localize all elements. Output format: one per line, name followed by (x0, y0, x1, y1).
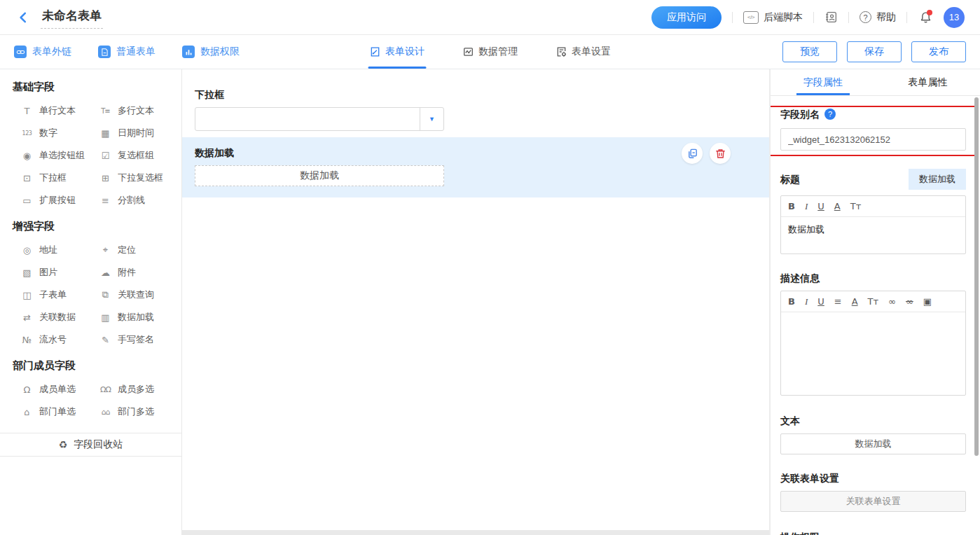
font-size-icon[interactable]: Tᴛ (850, 202, 862, 211)
field-item-定位[interactable]: ⌖定位 (99, 239, 181, 261)
mode-item-数据权限[interactable]: 数据权限 (182, 46, 240, 58)
field-item-分割线[interactable]: ≡分割线 (99, 189, 181, 211)
external-link-icon (14, 46, 27, 58)
underline-icon[interactable]: U (817, 202, 824, 211)
publish-button[interactable]: 发布 (911, 41, 966, 62)
panel-tab-表单属性[interactable]: 表单属性 (876, 69, 980, 95)
field-item-手写签名[interactable]: ✎手写签名 (99, 328, 181, 351)
mode-item-表单外链[interactable]: 表单外链 (14, 46, 71, 58)
subform-icon: ◫ (21, 290, 33, 300)
bold-icon[interactable]: B (788, 202, 795, 211)
unlink-icon[interactable]: ∞ (906, 297, 913, 306)
tab-表单设计[interactable]: 表单设计 (369, 35, 425, 69)
avatar[interactable]: 13 (944, 7, 965, 28)
signature-icon: ✎ (99, 335, 111, 345)
field-item-扩展按钮[interactable]: ▭扩展按钮 (21, 189, 99, 211)
app-access-button[interactable]: 应用访问 (651, 6, 722, 29)
field-item-多行文本[interactable]: T≡多行文本 (99, 99, 181, 122)
text-value-button[interactable]: 数据加载 (780, 433, 966, 454)
address-book-icon (824, 11, 838, 24)
code-icon: </> (743, 11, 759, 24)
sidebar-section-title: 基础字段 (0, 81, 181, 94)
related-form-settings-button[interactable]: 关联表单设置 (780, 491, 966, 512)
address-book-button[interactable] (824, 11, 838, 24)
field-item-流水号[interactable]: №流水号 (21, 328, 99, 351)
italic-icon[interactable]: I (805, 202, 808, 211)
field-item-数据加载[interactable]: ▥数据加载 (99, 306, 181, 328)
field-item-关联数据[interactable]: ⇄关联数据 (21, 306, 99, 328)
field-item-成员单选[interactable]: Ω成员单选 (21, 378, 99, 401)
field-item-成员多选[interactable]: ΩΩ成员多选 (99, 378, 181, 401)
field-item-下拉框[interactable]: ⊡下拉框 (21, 167, 99, 189)
data-load-field-widget-selected[interactable]: 数据加载 数据加载 (182, 137, 769, 197)
field-item-部门单选[interactable]: ⌂部门单选 (21, 401, 99, 423)
copy-icon (686, 148, 698, 160)
tab-表单设置[interactable]: 表单设置 (555, 35, 611, 69)
number-icon: 123 (21, 130, 33, 137)
field-item-下拉复选框[interactable]: ⊞下拉复选框 (99, 167, 181, 189)
field-item-label: 关联数据 (39, 311, 76, 324)
panel-scrollbar[interactable] (974, 97, 979, 456)
help-button[interactable]: ? 帮助 (860, 11, 896, 24)
data-load-placeholder-button: 数据加载 (195, 165, 444, 186)
delete-field-button[interactable] (710, 143, 731, 164)
title-editor: BIUATᴛ 数据加载 (780, 195, 966, 254)
preview-button[interactable]: 预览 (782, 41, 837, 62)
radio-group-icon: ◉ (21, 151, 33, 161)
field-item-附件[interactable]: ☁附件 (99, 261, 181, 284)
dropdown-select[interactable]: ▼ (195, 107, 444, 131)
save-button[interactable]: 保存 (847, 41, 902, 62)
title-editor-content[interactable]: 数据加载 (781, 217, 965, 253)
field-recycle-bin[interactable]: ♻ 字段回收站 (0, 433, 181, 457)
field-item-label: 下拉框 (39, 172, 67, 184)
attachment-icon: ☁ (99, 268, 111, 278)
field-item-单行文本[interactable]: T单行文本 (21, 99, 99, 122)
dropdown-field-widget[interactable]: 下拉框 ▼ (195, 88, 757, 131)
field-item-数字[interactable]: 123数字 (21, 122, 99, 144)
link-icon[interactable]: ∞ (888, 297, 896, 306)
dropdown-icon: ⊡ (21, 173, 33, 183)
extend-button-icon: ▭ (21, 195, 33, 206)
field-item-部门多选[interactable]: ⌂⌂部门多选 (99, 401, 181, 423)
field-item-关联查询[interactable]: ⧉关联查询 (99, 284, 181, 306)
insert-image-icon[interactable]: ▣ (923, 297, 932, 306)
field-item-label: 部门单选 (39, 405, 76, 418)
field-item-label: 成员单选 (39, 383, 76, 396)
panel-tab-字段属性[interactable]: 字段属性 (771, 69, 876, 95)
bold-icon[interactable]: B (788, 297, 795, 306)
field-item-label: 地址 (39, 244, 57, 256)
tab-数据管理[interactable]: 数据管理 (462, 35, 518, 69)
description-editor-content[interactable] (781, 312, 965, 395)
title-field-tag[interactable]: 数据加载 (909, 169, 966, 190)
operation-permission-label: 操作权限 (780, 531, 820, 535)
alias-label: 字段别名 (780, 107, 820, 121)
mode-item-普通表单[interactable]: 普通表单 (98, 46, 156, 58)
divider-icon: ≡ (99, 195, 111, 206)
field-item-label: 手写签名 (118, 333, 154, 346)
field-item-子表单[interactable]: ◫子表单 (21, 284, 99, 306)
back-button[interactable] (15, 10, 31, 25)
description-editor: BIU≡ATᴛ∞∞▣ (780, 291, 966, 396)
font-color-icon[interactable]: A (852, 297, 858, 306)
copy-field-button[interactable] (682, 143, 703, 164)
backend-script-button[interactable]: </> 后端脚本 (743, 11, 803, 24)
field-item-单选按钮组[interactable]: ◉单选按钮组 (21, 144, 99, 167)
field-item-日期时间[interactable]: ▦日期时间 (99, 122, 181, 144)
secondary-toolbar: 表单外链普通表单数据权限 表单设计数据管理表单设置 预览保存发布 (0, 35, 980, 69)
sidebar-section-grid: ◎地址⌖定位▧图片☁附件◫子表单⧉关联查询⇄关联数据▥数据加载№流水号✎手写签名 (0, 239, 181, 351)
form-title[interactable]: 未命名表单 (41, 6, 103, 29)
field-item-图片[interactable]: ▧图片 (21, 261, 99, 284)
alias-help-icon[interactable]: ? (824, 109, 836, 120)
align-icon[interactable]: ≡ (834, 297, 842, 306)
font-color-icon[interactable]: A (834, 202, 841, 211)
underline-icon[interactable]: U (817, 297, 824, 306)
font-size-icon[interactable]: Tᴛ (868, 297, 879, 306)
field-item-复选框组[interactable]: ☑复选框组 (99, 144, 181, 167)
alias-input[interactable] (780, 128, 966, 151)
field-item-地址[interactable]: ◎地址 (21, 239, 99, 261)
notification-button[interactable] (918, 10, 933, 25)
italic-icon[interactable]: I (805, 297, 808, 306)
serial-number-icon: № (21, 335, 33, 345)
form-design-canvas: 下拉框 ▼ 数据加载 数据加载 (182, 69, 770, 535)
title-label: 标题 (780, 172, 800, 186)
